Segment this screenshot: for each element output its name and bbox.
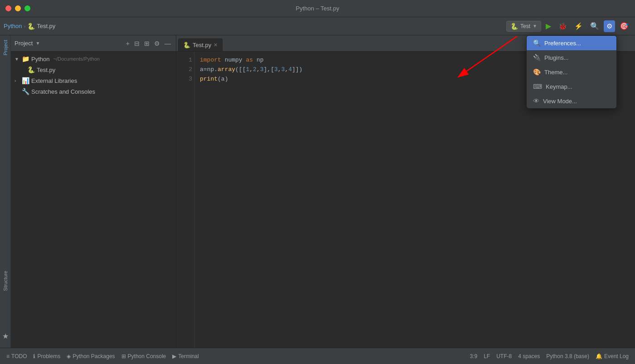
run-config-label: Test <box>520 23 530 29</box>
todo-icon: ≡ <box>6 353 10 359</box>
sidebar-toolbar-icons: + ⊟ ⊞ ⚙ — <box>125 38 172 48</box>
problems-label: Problems <box>37 353 60 359</box>
position-label: 3:9 <box>470 353 477 359</box>
line-num-2: 2 <box>178 65 192 74</box>
window-controls <box>5 5 30 11</box>
favorites-icon[interactable]: ★ <box>2 332 9 340</box>
dropdown-item-preferences[interactable]: 🔍 Preferences... <box>527 36 616 50</box>
breadcrumb-filename[interactable]: Test.py <box>37 23 55 29</box>
dropdown-item-plugins[interactable]: 🔌 Plugins... <box>527 50 616 65</box>
sidebar-minimize-button[interactable]: — <box>163 38 172 48</box>
statusbar: ≡ TODO ℹ Problems ◈ Python Packages ⊞ Py… <box>0 348 635 364</box>
external-libs-label: External Libraries <box>31 77 77 84</box>
python-folder-path: ~/Documents/Python <box>53 56 99 62</box>
statusbar-python-version[interactable]: Python 3.8 (base) <box>543 352 592 360</box>
expand-all-button[interactable]: ⊞ <box>143 38 151 48</box>
close-button[interactable] <box>5 5 11 11</box>
testpy-icon: 🐍 <box>27 66 35 73</box>
statusbar-encoding[interactable]: UTF-8 <box>494 352 514 360</box>
file-icon: 🐍 <box>27 23 35 30</box>
problems-icon: ℹ <box>33 353 35 359</box>
tab-close-button[interactable]: ✕ <box>213 42 218 48</box>
project-label[interactable]: Project <box>15 40 33 47</box>
project-vtab[interactable]: Project <box>1 35 10 60</box>
statusbar-position[interactable]: 3:9 <box>467 352 480 360</box>
toolbar-right: 🐍 Test ▼ ▶ 🐞 ⚡ 🔍 ⚙ 🎯 <box>506 20 631 32</box>
dropdown-item-viewmode[interactable]: 👁 View Mode... <box>527 94 616 108</box>
event-log-label: Event Log <box>604 353 629 359</box>
testpy-label: Test.py <box>37 67 55 73</box>
sidebar-settings-button[interactable]: ⚙ <box>153 38 161 48</box>
dropdown-item-theme[interactable]: 🎨 Theme... <box>527 65 616 79</box>
scratches-label: Scratches and Consoles <box>31 88 95 95</box>
plugins-label: Plugins... <box>544 54 568 61</box>
maximize-button[interactable] <box>24 5 30 11</box>
plugins-icon: 🔌 <box>533 54 541 61</box>
python-version-label: Python 3.8 (base) <box>546 353 589 359</box>
terminal-icon: ▶ <box>172 353 176 359</box>
statusbar-right: 3:9 LF UTF-8 4 spaces Python 3.8 (base) … <box>467 352 631 360</box>
left-vtab-panel: Project Structure ★ <box>0 35 11 348</box>
run-button[interactable]: ▶ <box>543 20 554 32</box>
statusbar-python-console[interactable]: ⊞ Python Console <box>119 352 169 360</box>
collapse-all-button[interactable]: ⊟ <box>133 38 141 48</box>
tree-item-external-libs[interactable]: › 📊 External Libraries <box>11 75 176 86</box>
todo-label: TODO <box>11 353 27 359</box>
statusbar-todo[interactable]: ≡ TODO <box>4 352 29 360</box>
tab-label: Test.py <box>193 42 211 48</box>
breadcrumb-separator: › <box>24 24 25 29</box>
event-log-icon: 🔔 <box>596 353 602 359</box>
external-libs-icon: 📊 <box>22 77 29 84</box>
indent-label: 4 spaces <box>518 353 540 359</box>
coverage-button[interactable]: ⚡ <box>572 20 586 32</box>
keymap-icon: ⌨ <box>533 83 542 90</box>
external-libs-arrow: › <box>15 78 20 83</box>
settings-dropdown-menu: 🔍 Preferences... 🔌 Plugins... 🎨 Theme...… <box>526 35 617 109</box>
dropdown-item-keymap[interactable]: ⌨ Keymap... <box>527 79 616 94</box>
main-toolbar: Python › 🐍 Test.py 🐍 Test ▼ ▶ 🐞 ⚡ 🔍 ⚙ 🎯 <box>0 17 635 35</box>
breadcrumb: Python › 🐍 Test.py <box>4 23 55 30</box>
sidebar-header: Project ▼ + ⊟ ⊞ ⚙ — <box>11 35 176 52</box>
run-config-button[interactable]: 🐍 Test ▼ <box>506 21 541 32</box>
statusbar-python-packages[interactable]: ◈ Python Packages <box>64 352 117 360</box>
viewmode-label: View Mode... <box>543 98 577 105</box>
add-file-button[interactable]: + <box>125 38 131 48</box>
minimize-button[interactable] <box>15 5 21 11</box>
toolbox-button[interactable]: 🎯 <box>617 20 631 32</box>
window-title: Python – Test.py <box>296 5 339 12</box>
theme-icon: 🎨 <box>533 68 541 76</box>
run-config-dropdown-icon: ▼ <box>533 24 537 29</box>
scratches-icon: 🔧 <box>22 88 29 95</box>
statusbar-problems[interactable]: ℹ Problems <box>30 352 63 360</box>
python-packages-icon: ◈ <box>67 353 71 359</box>
statusbar-lf[interactable]: LF <box>481 352 493 360</box>
tree-item-scratches[interactable]: 🔧 Scratches and Consoles <box>11 86 176 97</box>
editor-tab-testpy[interactable]: 🐍 Test.py ✕ <box>178 38 223 51</box>
terminal-label: Terminal <box>178 353 199 359</box>
settings-button[interactable]: ⚙ <box>604 20 615 32</box>
line-num-1: 1 <box>178 55 192 65</box>
preferences-icon: 🔍 <box>533 39 541 47</box>
tree-item-testpy[interactable]: 🐍 Test.py <box>11 64 176 75</box>
breadcrumb-root[interactable]: Python <box>4 23 22 29</box>
breadcrumb-file[interactable]: 🐍 Test.py <box>27 23 55 30</box>
structure-vtab[interactable]: Structure <box>1 266 10 296</box>
run-config-icon: 🐍 <box>510 23 518 30</box>
debug-button[interactable]: 🐞 <box>556 20 570 32</box>
tree-item-python[interactable]: ▼ 📁 Python ~/Documents/Python <box>11 53 176 64</box>
sidebar-content: ▼ 📁 Python ~/Documents/Python 🐍 Test.py … <box>11 52 176 348</box>
tab-file-icon: 🐍 <box>183 42 190 48</box>
statusbar-terminal[interactable]: ▶ Terminal <box>170 352 201 360</box>
project-dropdown-arrow[interactable]: ▼ <box>35 41 40 46</box>
search-button[interactable]: 🔍 <box>587 20 602 32</box>
lf-label: LF <box>484 353 490 359</box>
statusbar-indent[interactable]: 4 spaces <box>515 352 543 360</box>
preferences-label: Preferences... <box>544 40 581 47</box>
encoding-label: UTF-8 <box>496 353 512 359</box>
titlebar: Python – Test.py <box>0 0 635 17</box>
viewmode-icon: 👁 <box>533 97 539 105</box>
python-console-icon: ⊞ <box>121 353 126 359</box>
statusbar-event-log[interactable]: 🔔 Event Log <box>593 352 631 360</box>
python-folder-icon: 📁 <box>22 55 29 62</box>
sidebar: Project ▼ + ⊟ ⊞ ⚙ — ▼ 📁 Python ~/Documen… <box>11 35 176 348</box>
